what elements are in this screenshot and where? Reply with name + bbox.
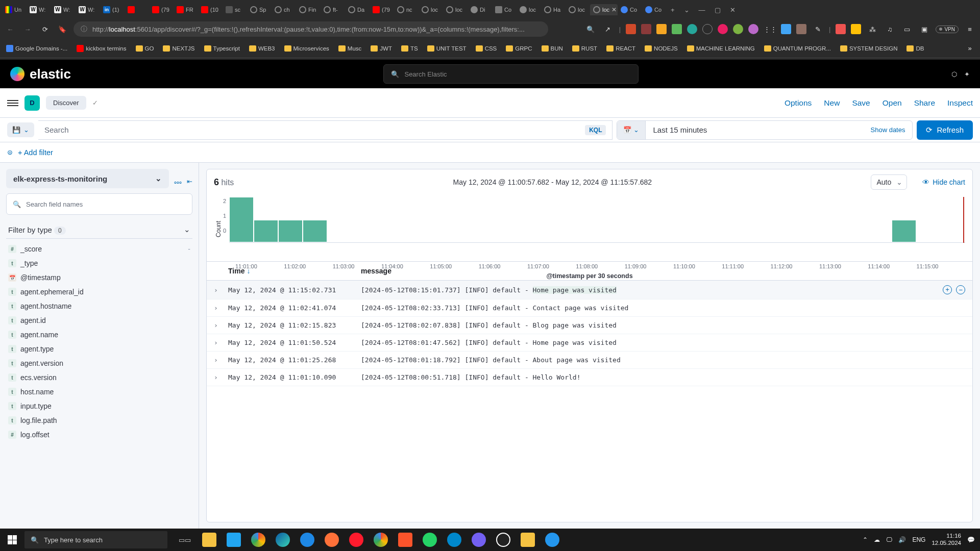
browser-tab[interactable]: Ha	[541, 4, 566, 15]
field-row[interactable]: 📅@timestamp	[6, 270, 192, 285]
chart-bar[interactable]	[229, 197, 254, 242]
panel-icon[interactable]: ▣	[918, 26, 930, 33]
field-row[interactable]: tecs.version	[6, 370, 192, 385]
discover-action-link[interactable]: New	[824, 98, 840, 108]
browser-tab[interactable]: ft-	[321, 4, 345, 15]
browser-tab[interactable]: sc	[223, 4, 247, 15]
app-title-button[interactable]: Discover	[46, 96, 86, 110]
chart-bar[interactable]	[278, 220, 303, 243]
field-row[interactable]: tinput.type	[6, 399, 192, 413]
ext-icon[interactable]	[733, 24, 743, 34]
maximize-button[interactable]: ▢	[715, 6, 721, 14]
docker-icon[interactable]	[540, 529, 565, 551]
add-filter-icon[interactable]: +	[943, 285, 952, 294]
tabs-dropdown-icon[interactable]: ⌄	[684, 6, 690, 14]
volume-icon[interactable]: 🔊	[898, 536, 906, 543]
discover-action-link[interactable]: Open	[883, 98, 902, 108]
brave-icon[interactable]	[393, 529, 418, 551]
field-row[interactable]: #_score-	[6, 242, 192, 256]
bookmark-item[interactable]: MACHINE LEARNING	[685, 44, 757, 53]
opera-icon[interactable]	[344, 529, 369, 551]
ext-icon[interactable]	[672, 24, 682, 34]
browser-tab[interactable]: WW:	[76, 4, 100, 15]
discover-action-link[interactable]: Options	[785, 98, 812, 108]
help-icon[interactable]: ✦	[964, 70, 970, 78]
chart-bar[interactable]	[303, 220, 327, 243]
whatsapp-icon[interactable]	[418, 529, 442, 551]
url-input[interactable]: ⓘ http://localhost:5601/app/discover#/?_…	[74, 21, 548, 37]
browser-tab[interactable]: Da	[345, 4, 370, 15]
lang-indicator[interactable]: ENG	[912, 536, 925, 543]
task-view-button[interactable]: ▭▭	[173, 529, 197, 551]
ext-icon[interactable]	[781, 24, 791, 34]
expand-row-button[interactable]: ›	[214, 321, 228, 329]
ext-icon[interactable]	[656, 24, 667, 34]
ext-icon[interactable]	[748, 24, 758, 34]
expand-row-button[interactable]: ›	[214, 373, 228, 381]
field-row[interactable]: tagent.ephemeral_id	[6, 285, 192, 299]
bookmark-item[interactable]: Microservices	[282, 44, 331, 53]
browser-tab[interactable]: Un	[2, 4, 27, 15]
interval-select[interactable]: Auto	[871, 174, 907, 190]
field-row[interactable]: tagent.name	[6, 328, 192, 342]
filter-by-type-toggle[interactable]: Filter by type 0 ⌄	[6, 221, 192, 239]
field-row[interactable]: tagent.version	[6, 356, 192, 370]
dataview-toggle[interactable]: 💾 ⌄	[7, 122, 34, 137]
taskbar-search[interactable]: 🔍 Type here to search	[24, 531, 167, 548]
site-info-icon[interactable]: ⓘ	[81, 24, 87, 34]
field-row[interactable]: #log.offset	[6, 428, 192, 442]
bookmark-item[interactable]: SYSTEM DESIGN	[838, 44, 900, 53]
bookmark-item[interactable]: JWT	[369, 44, 394, 53]
remove-filter-icon[interactable]: −	[956, 285, 965, 294]
ext-icon[interactable]	[796, 24, 806, 34]
bookmark-item[interactable]: CSS	[474, 44, 499, 53]
tray-overflow-icon[interactable]: ⌃	[863, 536, 868, 543]
browser-tab[interactable]: WW:	[51, 4, 76, 15]
browser-tab[interactable]: loc	[517, 4, 541, 15]
discover-action-link[interactable]: Save	[852, 98, 870, 108]
sidebar-action-icon[interactable]: ₒₒₒ	[174, 178, 182, 185]
field-row[interactable]: thost.name	[6, 385, 192, 399]
table-row[interactable]: ›May 12, 2024 @ 11:02:41.074[2024-05-12T…	[207, 299, 972, 317]
bookmark-item[interactable]: NODEJS	[643, 44, 680, 53]
browser-tab[interactable]: loc✕	[590, 4, 618, 15]
ext-icon[interactable]	[718, 24, 728, 34]
extensions-icon[interactable]: ⁂	[866, 26, 878, 33]
field-row[interactable]: t_type	[6, 256, 192, 270]
calendar-button[interactable]: 📅 ⌄	[617, 121, 646, 139]
expand-row-button[interactable]: ›	[214, 356, 228, 364]
index-pattern-picker[interactable]: elk-express-ts-monitoring ⌄	[6, 169, 169, 188]
browser-tab[interactable]: WW:	[27, 4, 51, 15]
cloud-sync-icon[interactable]: ☁	[874, 536, 880, 543]
elastic-logo[interactable]: elastic	[10, 66, 71, 82]
add-filter-button[interactable]: + Add filter	[18, 148, 53, 157]
nav-menu-button[interactable]	[7, 100, 18, 106]
browser-tab[interactable]: (10	[198, 4, 223, 15]
field-row[interactable]: tagent.type	[6, 342, 192, 356]
table-row[interactable]: ›May 12, 2024 @ 11:01:50.524[2024-05-12T…	[207, 334, 972, 352]
viber-icon[interactable]	[467, 529, 491, 551]
field-row[interactable]: tagent.id	[6, 313, 192, 328]
bookmark-item[interactable]: QUANTUM PROGR...	[762, 44, 833, 53]
browser-tab[interactable]: loc	[566, 4, 590, 15]
browser-tab[interactable]: (79	[149, 4, 174, 15]
browser-tab[interactable]: loc	[443, 4, 468, 15]
browser-tab[interactable]: Fin	[296, 4, 321, 15]
chrome-canary-icon[interactable]	[369, 529, 393, 551]
browser-tab[interactable]: Co	[618, 4, 642, 15]
bookmark-item[interactable]: Typescript	[202, 44, 242, 53]
browser-tab[interactable]: Sp	[247, 4, 272, 15]
firefox-dev-icon[interactable]	[295, 529, 320, 551]
notifications-icon[interactable]: 💬	[967, 536, 975, 543]
browser-tab[interactable]: in(1)	[100, 4, 125, 15]
nav-back-button[interactable]: ←	[4, 26, 16, 33]
sidebar-collapse-icon[interactable]: ⇤	[187, 178, 192, 185]
browser-tab[interactable]	[125, 4, 149, 15]
taskbar-clock[interactable]: 11:16 12.05.2024	[932, 533, 961, 547]
open-external-icon[interactable]: ↗	[602, 26, 614, 33]
time-range-text[interactable]: Last 15 minutes	[646, 126, 863, 134]
file-explorer-icon[interactable]	[197, 529, 222, 551]
zoom-icon[interactable]: 🔍	[584, 26, 597, 33]
eyedropper-icon[interactable]: ✎	[812, 26, 824, 33]
bookmark-item[interactable]: DB	[904, 44, 926, 53]
